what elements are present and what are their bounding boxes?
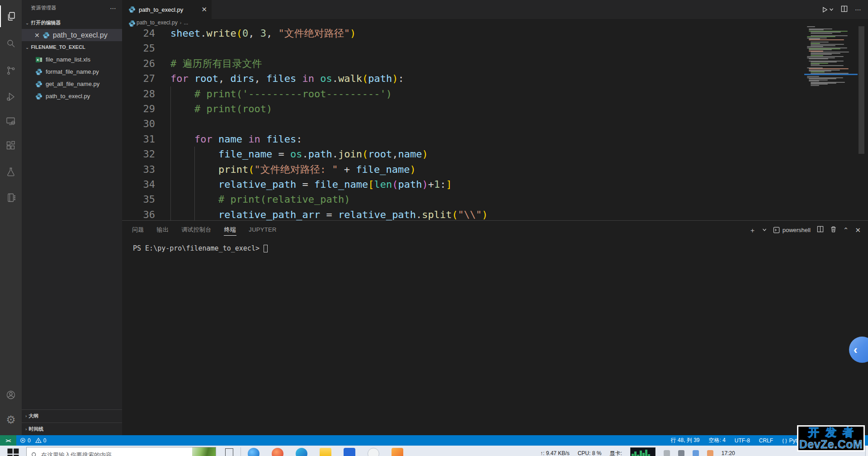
error-icon: [20, 437, 26, 443]
activity-notebook-icon[interactable]: [0, 187, 22, 209]
outline-section[interactable]: › 大纲: [22, 409, 122, 422]
chevron-left-icon: ‹: [854, 344, 858, 356]
terminal[interactable]: PS E:\py-pro\filename_to_execl>: [133, 244, 268, 252]
open-editors-section[interactable]: ⌄ 打开的编辑器: [22, 17, 122, 28]
editor-scrollbar[interactable]: [858, 0, 865, 220]
cpu-usage[interactable]: CPU: 8 %: [578, 450, 602, 456]
breadcrumb-symbol[interactable]: ...: [184, 19, 188, 26]
tray-icon[interactable]: [693, 450, 699, 456]
activity-extensions-icon[interactable]: [0, 135, 22, 157]
chevron-down-icon[interactable]: [762, 228, 767, 232]
activity-remote-explorer-icon[interactable]: [0, 110, 22, 132]
folder-section[interactable]: ⌄ FILENAME_TO_EXECL: [22, 42, 122, 52]
code-line-30: 30: [122, 116, 802, 131]
file-item-path_to_execl.py[interactable]: path_to_execl.py: [22, 90, 122, 102]
new-terminal-button[interactable]: ＋: [749, 227, 756, 233]
line-number: 32: [122, 147, 155, 162]
tab-close-icon[interactable]: ✕: [201, 5, 207, 14]
panel-tab-JUPYTER[interactable]: JUPYTER: [244, 221, 281, 239]
taskbar-app-app-blue[interactable]: [344, 448, 355, 456]
breadcrumb-file[interactable]: path_to_execl.py: [137, 19, 178, 26]
network-speed[interactable]: ↑: 9.47 KB/s: [540, 450, 570, 456]
python-file-icon: [35, 93, 42, 100]
gpu-label[interactable]: 显卡:: [609, 450, 622, 456]
open-editor-item[interactable]: ✕ path_to_execl.py: [22, 29, 122, 41]
error-count: 0: [28, 437, 31, 444]
explorer-title: 资源管理器: [31, 5, 110, 11]
activity-settings-gear-icon[interactable]: ⚙: [0, 409, 22, 431]
kill-terminal-button[interactable]: [830, 226, 837, 234]
close-icon[interactable]: ✕: [34, 32, 40, 39]
activity-account-icon[interactable]: [0, 384, 22, 406]
activity-run-debug-icon[interactable]: [0, 86, 22, 108]
chevron-right-icon: ›: [25, 414, 27, 418]
problems-status[interactable]: 0 0: [20, 435, 46, 446]
file-list: Xfile_name_list.xlsformat_file_name.pyge…: [22, 53, 122, 102]
bottom-panel: 问题输出调试控制台终端JUPYTER ＋ powershell ⌃ ✕ PS E…: [122, 220, 868, 435]
explorer-more-actions-icon[interactable]: ⋯: [110, 5, 117, 12]
tab-path-to-execl[interactable]: path_to_execl.py ✕: [122, 0, 212, 19]
python-file-icon: [35, 68, 42, 76]
activity-search-icon[interactable]: [0, 33, 22, 54]
outline-label: 大纲: [28, 413, 38, 419]
scrollbar-slider[interactable]: [859, 26, 864, 154]
taskbar-app-browser-red[interactable]: [272, 448, 283, 456]
close-panel-button[interactable]: ✕: [855, 227, 861, 233]
taskbar-search-box[interactable]: 在这里输入你要搜索的内容: [26, 447, 216, 456]
file-item-get_all_file_name.py[interactable]: get_all_file_name.py: [22, 78, 122, 90]
activity-test-flask-icon[interactable]: [0, 161, 22, 183]
python-file-icon: [128, 20, 134, 26]
show-desktop-button[interactable]: [865, 446, 868, 456]
cursor-position[interactable]: 行 48, 列 39: [670, 437, 699, 444]
warning-icon: [35, 437, 42, 443]
line-number: 35: [122, 192, 155, 207]
tray-icon[interactable]: [707, 450, 713, 456]
panel-tab-调试控制台[interactable]: 调试控制台: [177, 221, 216, 239]
taskbar-app-folder[interactable]: [320, 448, 331, 456]
line-number: 34: [122, 177, 155, 192]
code-line-24: 24sheet.write(0, 3, "文件绝对路径"): [122, 26, 802, 41]
file-item-file_name_list.xls[interactable]: Xfile_name_list.xls: [22, 53, 122, 66]
panel-tab-问题[interactable]: 问题: [127, 221, 149, 239]
shell-label: powershell: [783, 227, 811, 233]
minimap[interactable]: [804, 0, 858, 220]
file-item-format_file_name.py[interactable]: format_file_name.py: [22, 66, 122, 78]
taskbar-app-app-orange[interactable]: [392, 448, 403, 456]
shell-selector[interactable]: powershell: [773, 227, 811, 233]
indentation[interactable]: 空格: 4: [709, 437, 726, 444]
gpu-meter[interactable]: [630, 447, 656, 456]
line-number: 24: [122, 26, 155, 41]
search-highlight-image[interactable]: [192, 447, 216, 456]
windows-taskbar: 在这里输入你要搜索的内容 ↑: 9.47 KB/s CPU: 8 % 显卡: 1…: [0, 446, 868, 456]
line-number: 26: [122, 56, 155, 71]
taskbar-app-app-light[interactable]: [368, 448, 379, 456]
code-line-34: 34relative_path = file_name[len(path)+1:…: [122, 177, 802, 192]
panel-tab-输出[interactable]: 输出: [152, 221, 174, 239]
vscode-window: ⚙ 资源管理器 ⋯ ⌄ 打开的编辑器 ✕ path_to_execl.py ⌄ …: [0, 0, 868, 456]
panel-tab-终端[interactable]: 终端: [220, 221, 241, 239]
clock[interactable]: 17:20: [722, 450, 735, 456]
open-editors-label: 打开的编辑器: [31, 19, 61, 26]
line-number: 25: [122, 41, 155, 56]
encoding[interactable]: UTF-8: [735, 437, 750, 444]
task-view-button[interactable]: [225, 448, 233, 456]
timeline-section[interactable]: › 时间线: [22, 423, 122, 435]
code-editor[interactable]: 24sheet.write(0, 3, "文件绝对路径")2526# 遍历所有目…: [122, 26, 802, 220]
split-terminal-button[interactable]: [817, 226, 824, 234]
activity-bar: ⚙: [0, 0, 22, 435]
breadcrumb[interactable]: path_to_execl.py › ...: [122, 19, 868, 26]
activity-source-control-icon[interactable]: [0, 60, 22, 81]
eol-sequence[interactable]: CRLF: [759, 437, 773, 444]
line-number: 27: [122, 71, 155, 86]
activity-files-icon[interactable]: [0, 5, 22, 27]
tray-icon[interactable]: [664, 450, 670, 456]
taskbar-app-edge[interactable]: [248, 448, 259, 456]
minimap-current-line: [804, 74, 858, 75]
maximize-panel-button[interactable]: ⌃: [843, 227, 849, 233]
tray-icon[interactable]: [678, 450, 684, 456]
taskbar-app-app-teal[interactable]: [296, 448, 307, 456]
chevron-down-icon: ⌄: [25, 45, 29, 49]
start-button[interactable]: [6, 447, 20, 456]
remote-indicator[interactable]: ><: [0, 435, 16, 446]
code-line-29: 29# print(root): [122, 101, 802, 116]
